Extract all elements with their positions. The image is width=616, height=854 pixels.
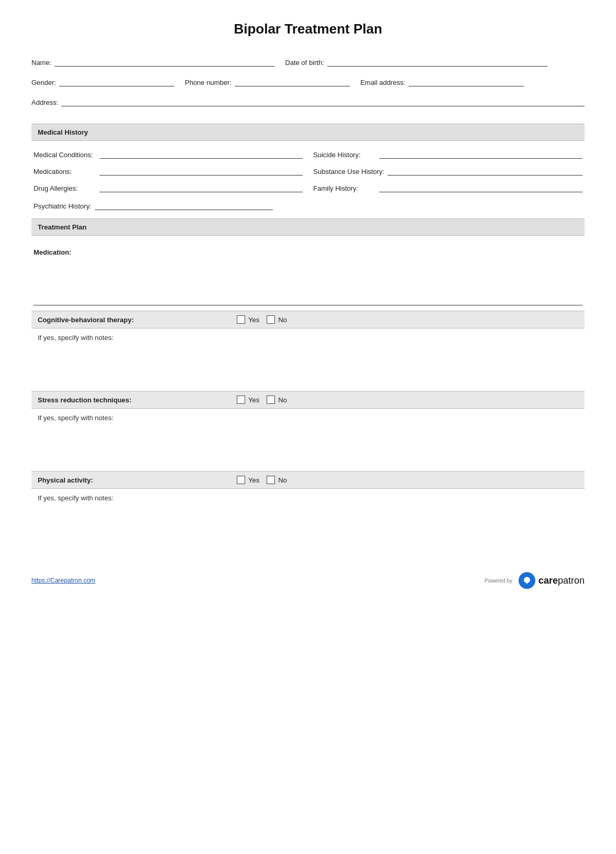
email-field: Email address: (360, 76, 524, 86)
suicide-history-input[interactable] (379, 148, 582, 159)
stress-checkbox-group: Yes No (237, 396, 287, 404)
carepatron-logo: Powered by carepatron (485, 572, 585, 589)
name-field: Name: (31, 56, 274, 67)
medications-label: Medications: (34, 168, 96, 176)
stress-yes-label: Yes (248, 396, 259, 404)
family-history-field: Family History: (313, 182, 582, 192)
substance-use-label: Substance Use History: (313, 168, 384, 176)
substance-use-field: Substance Use History: (313, 165, 582, 176)
name-dob-row: Name: Date of birth: (31, 56, 585, 67)
address-row: Address: (31, 96, 585, 106)
cbt-yes-item[interactable]: Yes (237, 315, 259, 324)
cbt-specify-row: If yes, specify with notes: (31, 329, 585, 344)
address-label: Address: (31, 98, 58, 106)
cbt-no-checkbox[interactable] (267, 315, 275, 324)
psychiatric-history-label: Psychiatric History: (34, 202, 92, 210)
cbt-specify-space (31, 344, 585, 386)
cbt-yes-label: Yes (248, 316, 259, 324)
page-title: Bipolar Treatment Plan (31, 21, 585, 37)
suicide-history-label: Suicide History: (313, 151, 376, 159)
suicide-history-field: Suicide History: (313, 148, 582, 159)
medical-conditions-label: Medical Conditions: (34, 151, 96, 159)
cbt-row: Cognitive-behavioral therapy: Yes No (31, 311, 585, 329)
physical-yes-checkbox[interactable] (237, 476, 245, 484)
phone-label: Phone number: (185, 79, 232, 86)
physical-specify-row: If yes, specify with notes: (31, 489, 585, 504)
gender-label: Gender: (31, 79, 56, 86)
psychiatric-history-input[interactable] (95, 200, 273, 210)
medical-history-section: Medical History Medical Conditions: Suic… (31, 124, 585, 210)
powered-by-label: Powered by (485, 578, 512, 584)
cbt-yes-checkbox[interactable] (237, 315, 245, 324)
stress-yes-item[interactable]: Yes (237, 396, 259, 404)
medical-fields-grid: Medical Conditions: Suicide History: Med… (31, 148, 585, 192)
physical-checkbox-group: Yes No (237, 476, 287, 484)
gender-phone-email-row: Gender: Phone number: Email address: (31, 76, 585, 86)
physical-label: Physical activity: (38, 476, 237, 484)
stress-specify-row: If yes, specify with notes: (31, 409, 585, 424)
stress-label: Stress reduction techniques: (38, 396, 237, 404)
cbt-no-item[interactable]: No (267, 315, 287, 324)
footer: https://Carepatron.com Powered by carepa… (31, 567, 585, 589)
medication-label: Medication: (31, 243, 585, 258)
family-history-input[interactable] (379, 182, 582, 192)
name-label: Name: (31, 59, 51, 67)
cbt-checkbox-group: Yes No (237, 315, 287, 324)
cbt-specify-label: If yes, specify with notes: (38, 334, 114, 342)
medications-input[interactable] (100, 165, 303, 176)
treatment-plan-section: Treatment Plan Medication: Cognitive-beh… (31, 218, 585, 546)
medications-field: Medications: (34, 165, 303, 176)
stress-no-item[interactable]: No (267, 396, 287, 404)
substance-use-input[interactable] (388, 165, 582, 176)
physical-no-item[interactable]: No (267, 476, 287, 484)
gender-input[interactable] (59, 76, 174, 86)
carepatron-icon (519, 572, 535, 589)
phone-field: Phone number: (185, 76, 350, 86)
medical-conditions-field: Medical Conditions: (34, 148, 303, 159)
drug-allergies-field: Drug Allergies: (34, 182, 303, 192)
medical-conditions-input[interactable] (100, 148, 303, 159)
physical-no-checkbox[interactable] (267, 476, 275, 484)
stress-no-label: No (278, 396, 287, 404)
physical-specify-space (31, 504, 585, 546)
physical-yes-item[interactable]: Yes (237, 476, 259, 484)
stress-yes-checkbox[interactable] (237, 396, 245, 404)
gender-field: Gender: (31, 76, 174, 86)
psychiatric-history-row: Psychiatric History: (31, 200, 585, 210)
dob-label: Date of birth: (285, 59, 324, 67)
stress-row: Stress reduction techniques: Yes No (31, 391, 585, 409)
medical-history-header: Medical History (31, 124, 585, 141)
drug-allergies-label: Drug Allergies: (34, 184, 96, 192)
dob-field: Date of birth: (285, 56, 547, 67)
stress-no-checkbox[interactable] (267, 396, 275, 404)
physical-row: Physical activity: Yes No (31, 471, 585, 489)
stress-specify-space (31, 424, 585, 466)
address-input[interactable] (61, 96, 585, 106)
medication-space (34, 258, 582, 305)
treatment-plan-header: Treatment Plan (31, 218, 585, 236)
logo-text: carepatron (538, 575, 585, 586)
email-label: Email address: (360, 79, 405, 86)
cbt-no-label: No (278, 316, 287, 324)
stress-specify-label: If yes, specify with notes: (38, 414, 114, 422)
physical-specify-label: If yes, specify with notes: (38, 494, 114, 502)
physical-no-label: No (278, 476, 287, 484)
email-input[interactable] (409, 76, 524, 86)
carepatron-link[interactable]: https://Carepatron.com (31, 577, 95, 584)
family-history-label: Family History: (313, 184, 376, 192)
physical-yes-label: Yes (248, 476, 259, 484)
phone-input[interactable] (235, 76, 350, 86)
name-input[interactable] (54, 56, 274, 67)
cbt-label: Cognitive-behavioral therapy: (38, 316, 237, 324)
drug-allergies-input[interactable] (100, 182, 303, 192)
dob-input[interactable] (327, 56, 547, 67)
